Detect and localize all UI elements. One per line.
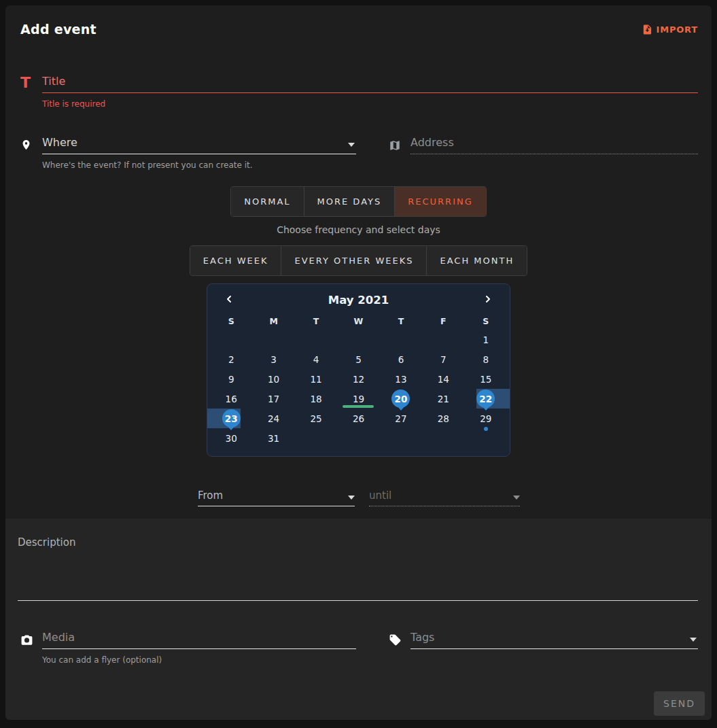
calendar-empty-cell [252, 330, 294, 349]
chevron-down-icon [348, 143, 355, 147]
address-input[interactable]: Address [410, 136, 698, 154]
title-field-block: T Title Title is required [20, 75, 698, 109]
calendar-day-24[interactable]: 24 [252, 409, 294, 428]
lower-panel: Description Media You can add a flyer (o… [5, 519, 712, 720]
title-icon: T [20, 75, 37, 93]
calendar-empty-cell [422, 428, 464, 448]
calendar-day-22[interactable]: 22 [465, 389, 507, 409]
calendar-day-31[interactable]: 31 [252, 428, 294, 448]
calendar-day-21[interactable]: 21 [422, 389, 464, 409]
calendar-day-7[interactable]: 7 [422, 349, 464, 369]
calendar-day-6[interactable]: 6 [380, 349, 422, 369]
calendar-week-row: 23242526272829 [210, 409, 507, 428]
calendar-day-3[interactable]: 3 [252, 349, 294, 369]
send-button[interactable]: SEND [654, 691, 705, 716]
chevron-down-icon [348, 496, 355, 500]
weekday-header: T [295, 316, 337, 326]
day-number: 16 [226, 394, 237, 404]
day-number: 13 [395, 374, 406, 385]
tags-placeholder: Tags [410, 631, 434, 644]
tab-more-days[interactable]: MORE DAYS [304, 187, 396, 216]
weekday-header: W [337, 316, 379, 326]
day-number: 21 [438, 394, 449, 404]
calendar-day-19[interactable]: 19 [337, 389, 379, 409]
day-number: 7 [440, 354, 447, 365]
frequency-each-month[interactable]: EACH MONTH [427, 246, 527, 275]
from-time-select[interactable]: From [198, 489, 355, 506]
calendar-next-button[interactable] [481, 292, 495, 308]
calendar-prev-button[interactable] [222, 292, 236, 308]
calendar-day-10[interactable]: 10 [252, 369, 294, 389]
page-title: Add event [20, 22, 97, 37]
calendar-day-25[interactable]: 25 [295, 409, 337, 428]
media-input[interactable]: Media [42, 631, 356, 649]
weekday-header: S [465, 316, 507, 326]
import-button[interactable]: IMPORT [642, 24, 698, 35]
weekday-header: T [380, 316, 422, 326]
calendar-empty-cell [337, 428, 379, 448]
calendar-day-9[interactable]: 9 [210, 369, 252, 389]
day-number: 27 [395, 413, 406, 424]
calendar-day-18[interactable]: 18 [295, 389, 337, 409]
until-time-select[interactable]: until [369, 489, 520, 506]
calendar-week-row: 2345678 [210, 349, 507, 369]
day-number: 6 [398, 354, 404, 365]
calendar-empty-cell [295, 428, 337, 448]
calendar-day-15[interactable]: 15 [465, 369, 507, 389]
calendar-day-13[interactable]: 13 [380, 369, 422, 389]
chevron-left-icon [224, 294, 234, 307]
day-number: 25 [310, 413, 321, 424]
tab-recurring[interactable]: RECURRING [395, 187, 486, 216]
calendar-day-8[interactable]: 8 [465, 349, 507, 369]
calendar-day-1[interactable]: 1 [465, 330, 507, 349]
calendar-day-27[interactable]: 27 [380, 409, 422, 428]
calendar-day-11[interactable]: 11 [295, 369, 337, 389]
import-label: IMPORT [657, 24, 698, 35]
calendar-day-14[interactable]: 14 [422, 369, 464, 389]
calendar-week-row: 16171819202122 [210, 389, 507, 409]
day-number: 28 [438, 413, 449, 424]
media-tags-row: Media You can add a flyer (optional) Tag… [20, 631, 698, 665]
calendar-day-28[interactable]: 28 [422, 409, 464, 428]
calendar-day-29[interactable]: 29 [465, 409, 507, 428]
calendar-day-12[interactable]: 12 [337, 369, 379, 389]
tab-normal[interactable]: NORMAL [231, 187, 304, 216]
calendar-day-17[interactable]: 17 [252, 389, 294, 409]
frequency-each-week[interactable]: EACH WEEK [190, 246, 282, 275]
day-number: 8 [483, 354, 489, 365]
calendar-day-5[interactable]: 5 [337, 349, 379, 369]
calendar-month-title: May 2021 [236, 294, 481, 307]
calendar-day-23[interactable]: 23 [210, 409, 252, 428]
day-number: 26 [353, 413, 364, 424]
map-icon [389, 139, 405, 154]
calendar-day-30[interactable]: 30 [210, 428, 252, 448]
calendar-day-26[interactable]: 26 [337, 409, 379, 428]
weekday-header: M [252, 316, 294, 326]
calendar-day-4[interactable]: 4 [295, 349, 337, 369]
day-number: 3 [270, 354, 277, 365]
where-select[interactable]: Where [42, 136, 356, 154]
where-placeholder: Where [42, 136, 77, 149]
tags-select[interactable]: Tags [410, 631, 698, 649]
calendar-week-row: 9101112131415 [210, 369, 507, 389]
calendar-day-20[interactable]: 20 [380, 389, 422, 409]
calendar-empty-cell [380, 428, 422, 448]
calendar-day-2[interactable]: 2 [210, 349, 252, 369]
day-number: 12 [353, 374, 364, 385]
today-underline [343, 405, 374, 408]
frequency-every-other-weeks[interactable]: EVERY OTHER WEEKS [281, 246, 427, 275]
chevron-right-icon [483, 294, 493, 307]
day-number: 5 [355, 354, 362, 365]
day-number: 17 [268, 394, 279, 404]
calendar-day-16[interactable]: 16 [210, 389, 252, 409]
title-input[interactable]: Title [42, 75, 698, 93]
selected-day-marker: 23 [222, 409, 241, 428]
calendar-empty-cell [337, 330, 379, 349]
day-number: 30 [226, 433, 237, 444]
description-input[interactable]: Description [5, 519, 712, 601]
day-number: 11 [310, 374, 321, 385]
frequency-caption: Choose frequency and select days [5, 224, 712, 235]
calendar-empty-cell [295, 330, 337, 349]
calendar-week-row: 3031 [210, 428, 507, 448]
description-underline [18, 600, 698, 601]
